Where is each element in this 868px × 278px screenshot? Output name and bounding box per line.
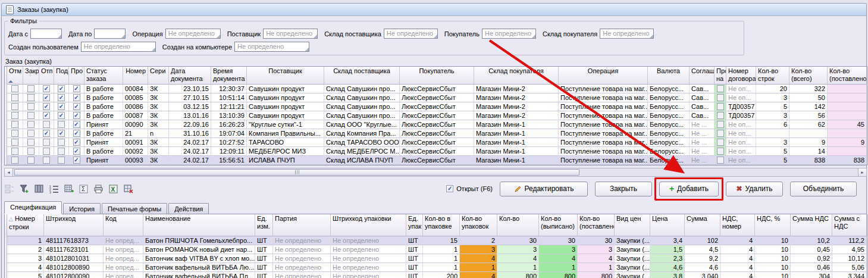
column-header[interactable]: Код	[104, 214, 143, 236]
checkbox[interactable]	[43, 121, 50, 128]
checkbox[interactable]	[58, 139, 65, 146]
checkbox[interactable]: ✓	[73, 94, 80, 101]
open-filter-checkbox[interactable]: ✓ Открыт (F6)	[446, 185, 493, 192]
merge-button[interactable]: Объединить	[790, 182, 857, 196]
column-header[interactable]: Кол-во (выписано)	[539, 214, 578, 236]
sum-icon[interactable]: Σ	[79, 184, 89, 193]
column-header[interactable]: △Номер строки	[7, 214, 44, 236]
checkbox[interactable]	[11, 157, 18, 164]
checkbox[interactable]	[27, 139, 35, 146]
open-checkbox-mark[interactable]: ✓	[446, 185, 453, 192]
table-row[interactable]: ✓✓✓В работе00087ЗК13.01.1613:10:39Савушк…	[5, 111, 867, 120]
table-row[interactable]: ✓✓✓В работе00085ЗК27.10.1510:51:14Савушк…	[5, 93, 867, 102]
checkbox[interactable]	[11, 121, 18, 128]
column-header[interactable]: Время документа	[211, 67, 247, 85]
checkbox[interactable]: ✓	[58, 103, 65, 110]
tab-specification[interactable]: Спецификация	[4, 201, 62, 214]
column-header[interactable]: Валюта	[648, 67, 690, 85]
checkbox[interactable]: ✓	[58, 94, 65, 101]
checkbox[interactable]: ✓	[58, 112, 65, 119]
table-row[interactable]: 5481012800090Не опред...Батончик вафельн…	[5, 272, 867, 278]
column-header[interactable]	[867, 67, 867, 85]
checkbox[interactable]	[43, 148, 50, 155]
column-header[interactable]: Покупатель	[400, 67, 474, 85]
scroll-left-icon[interactable]: ◄	[5, 168, 13, 176]
column-header[interactable]: Склад покупателя	[474, 67, 559, 85]
checkbox[interactable]	[58, 148, 65, 155]
column-header[interactable]: Склад поставщика	[324, 67, 400, 85]
checkbox[interactable]	[27, 148, 35, 155]
checkbox[interactable]	[27, 121, 35, 128]
numbering-icon[interactable]: 123	[49, 184, 59, 193]
checkbox[interactable]	[717, 94, 724, 101]
tab-history[interactable]: История	[63, 203, 101, 214]
column-header[interactable]: Штрихкод	[44, 214, 104, 236]
checkbox[interactable]: ✓	[73, 112, 80, 119]
orders-horizontal-scrollbar[interactable]: ◄ ►	[4, 168, 867, 177]
column-header[interactable]: Дата документа	[169, 67, 211, 85]
table-row[interactable]: ✓✓✓В работе00084ЗК23.10.1512:30:37Савушк…	[5, 85, 867, 93]
scroll-right-icon[interactable]: ►	[858, 168, 866, 176]
column-header[interactable]: Наименование	[143, 214, 255, 236]
checkbox[interactable]	[11, 94, 18, 101]
checkbox[interactable]	[43, 157, 50, 164]
remove-grid-icon[interactable]	[123, 184, 134, 193]
checkbox[interactable]	[27, 94, 35, 101]
column-header[interactable]: Соглаш	[690, 67, 715, 85]
excel-export-icon[interactable]: X	[108, 184, 119, 193]
column-header[interactable]: Сери	[148, 67, 169, 85]
table-row[interactable]: 1481117618373Не опред...Батон ПЯШЧОТА Го…	[5, 236, 867, 245]
column-header[interactable]: Кол-во (поставлено	[578, 214, 615, 236]
table-row[interactable]: ✓В работе00092ЗК24.02.1712:09:11МЕДБЕЛРО…	[5, 147, 867, 156]
column-header[interactable]: Сумма с НДС	[832, 214, 867, 236]
table-row[interactable]: 3481012801031Не опред...Батончик ваф VIT…	[5, 254, 867, 263]
add-button[interactable]: + Добавить	[659, 182, 719, 196]
checkbox[interactable]	[58, 121, 65, 128]
column-header[interactable]: Под	[54, 67, 69, 85]
column-header[interactable]: Кол-во строк	[756, 67, 789, 85]
column-header[interactable]: Поставщик	[247, 67, 324, 85]
checkbox[interactable]: ✓	[43, 103, 50, 110]
checkbox[interactable]	[11, 148, 18, 155]
column-header[interactable]: Кол-во упаковок	[460, 214, 497, 236]
column-header[interactable]: Кол-во (поставлено	[828, 67, 867, 85]
column-header[interactable]: Сумма НДС	[791, 214, 832, 236]
column-header[interactable]: Кол-во	[497, 214, 539, 236]
checkbox[interactable]	[717, 148, 724, 155]
checkbox[interactable]	[27, 85, 35, 92]
column-header[interactable]: НДС, %	[755, 214, 791, 236]
column-header[interactable]: Партия	[273, 214, 331, 236]
checkbox[interactable]	[27, 112, 35, 119]
table-row[interactable]: ✓✓✓В работе21n31.10.1619:07:04Компания П…	[5, 129, 867, 138]
checkbox[interactable]: ✓	[73, 148, 80, 155]
filter-combobox[interactable]: Не определено	[234, 42, 309, 52]
checkbox[interactable]: ✓	[73, 139, 80, 146]
print-icon[interactable]	[93, 184, 104, 193]
delete-button[interactable]: ✖ Удалить	[726, 182, 783, 196]
checkbox[interactable]	[717, 103, 724, 110]
column-header[interactable]: Сумма	[685, 214, 720, 236]
checkbox[interactable]	[717, 85, 724, 92]
filter-combobox[interactable]: Не определено	[384, 29, 438, 39]
column-header[interactable]: С п	[867, 214, 867, 236]
checkbox[interactable]	[717, 157, 724, 164]
checkbox[interactable]	[11, 112, 18, 119]
column-header[interactable]: НДС, номер	[720, 214, 755, 236]
checkbox[interactable]	[11, 139, 18, 146]
checkbox[interactable]	[717, 112, 724, 119]
column-header[interactable]: Операция	[559, 67, 648, 85]
select-rows-icon[interactable]	[4, 184, 15, 193]
column-header[interactable]: Ед. упак	[406, 214, 423, 236]
tab-print-forms[interactable]: Печатные формы	[102, 203, 167, 214]
checkbox[interactable]: ✓	[73, 103, 80, 110]
table-row[interactable]: ✓Принят00091ЗК24.02.1710:27:52ТАРАСОВОСк…	[5, 138, 867, 147]
column-header[interactable]: Номер договора	[726, 67, 756, 85]
checkbox[interactable]	[11, 130, 18, 137]
column-header[interactable]: Вид цен	[615, 214, 650, 236]
checkbox[interactable]: ✓	[73, 85, 80, 92]
column-header[interactable]: Штрихкод упаковки	[331, 214, 406, 236]
checkbox[interactable]: ✓	[43, 94, 50, 101]
add-table-icon[interactable]	[64, 184, 74, 193]
checkbox[interactable]	[717, 139, 724, 146]
checkbox[interactable]: ✓	[43, 130, 50, 137]
